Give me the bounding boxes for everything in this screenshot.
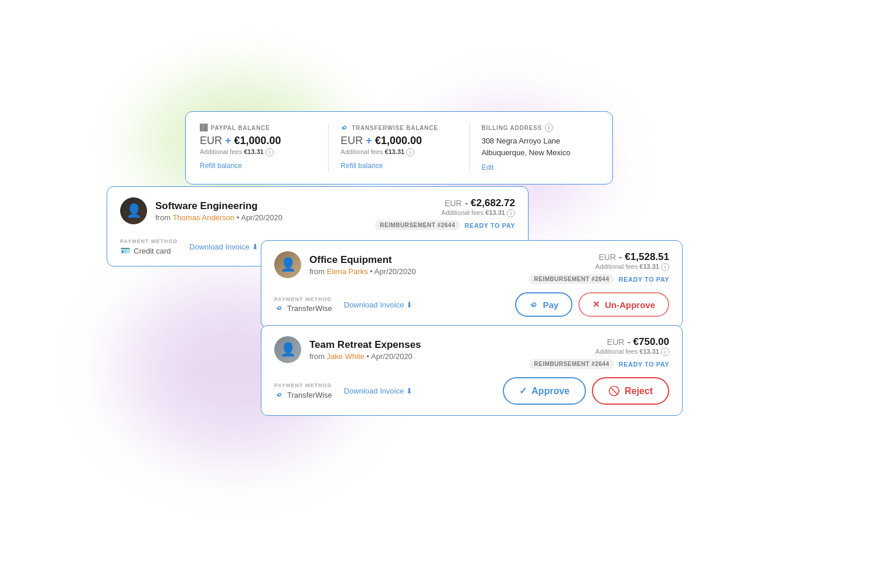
transferwise-refill-link[interactable]: Refill balance <box>340 162 383 170</box>
transferwise-label: ꩜ TRANSFERWISE BALANCE <box>340 124 457 132</box>
approve-checkmark-icon: ✓ <box>519 385 527 396</box>
retreat-action-buttons: ✓ Approve 🚫 Reject <box>503 377 669 405</box>
reject-circle-icon: 🚫 <box>608 385 620 396</box>
office-payment-method-block: PAYMENT METHOD ꩜ TransferWise <box>274 296 332 313</box>
sw-expense-from: from Thomas Anderson • Apr/20/2020 <box>155 213 282 222</box>
sw-fees-info-icon[interactable]: i <box>507 209 515 217</box>
sw-expense-fees: Additional fees €13.31 i <box>375 209 515 217</box>
retreat-expense-left: 👤 Team Retreat Expenses from Jake White … <box>274 336 421 363</box>
billing-address-text: 308 Negra Arroyo Lane Albuquerque, New M… <box>482 135 598 158</box>
team-retreat-card: 👤 Team Retreat Expenses from Jake White … <box>261 325 683 416</box>
office-payment-label: PAYMENT METHOD <box>274 296 332 302</box>
billing-address-section: BILLING ADDRESS i 308 Negra Arroyo Lane … <box>469 124 598 172</box>
paypal-icon: 🅿 <box>200 124 208 132</box>
retreat-expense-info: Team Retreat Expenses from Jake White • … <box>309 339 421 361</box>
retreat-expense-from: from Jake White • Apr/20/2020 <box>309 352 421 361</box>
retreat-expense-amount: EUR - €750.00 <box>529 336 669 348</box>
sw-expense-amount: EUR - €2,682.72 <box>375 197 515 209</box>
retreat-payment-method: ꩜ TransferWise <box>274 390 332 399</box>
sw-ready-badge: READY TO PAY <box>465 222 515 229</box>
retreat-badge-row: REIMBURSEMENT #2644 READY TO PAY <box>529 359 669 369</box>
paypal-amount: EUR + €1,000.00 <box>200 135 316 147</box>
office-from-name: Elena Parks <box>327 267 368 276</box>
office-equipment-card: 👤 Office Equipment from Elena Parks • Ap… <box>261 240 683 328</box>
paypal-fees: Additional fees €13.31 i <box>200 148 316 156</box>
retreat-payment-method-block: PAYMENT METHOD ꩜ TransferWise <box>274 382 332 399</box>
office-fees-info-icon[interactable]: i <box>661 263 669 271</box>
sw-expense-header: 👤 Software Engineering from Thomas Ander… <box>120 197 515 230</box>
transferwise-payment-icon: ꩜ <box>274 304 284 313</box>
office-action-buttons: ꩜ Pay ✕ Un-Approve <box>515 292 669 317</box>
transferwise-fees: Additional fees €13.31 i <box>340 148 457 156</box>
office-expense-info: Office Equipment from Elena Parks • Apr/… <box>309 254 416 276</box>
pay-icon: ꩜ <box>529 300 538 310</box>
office-ready-badge: READY TO PAY <box>619 276 669 283</box>
retreat-download-invoice-link[interactable]: Download Invoice ⬇ <box>344 387 413 395</box>
retreat-reimbursement-badge: REIMBURSEMENT #2644 <box>529 359 614 369</box>
jake-avatar: 👤 <box>274 336 301 363</box>
office-expense-left: 👤 Office Equipment from Elena Parks • Ap… <box>274 251 416 278</box>
sw-reimbursement-badge: REIMBURSEMENT #2644 <box>375 220 459 230</box>
retreat-fees-info-icon[interactable]: i <box>661 348 669 356</box>
office-expense-right: EUR - €1,528.51 Additional fees €13.31 i… <box>529 251 669 284</box>
sw-payment-method: 🪪 Credit card <box>120 246 178 255</box>
sw-expense-right: EUR - €2,682.72 Additional fees €13.31 i… <box>375 197 515 230</box>
billing-edit-link[interactable]: Edit <box>482 163 494 172</box>
unapprove-button[interactable]: ✕ Un-Approve <box>578 292 669 317</box>
office-expense-title: Office Equipment <box>309 254 416 266</box>
office-badge-row: REIMBURSEMENT #2644 READY TO PAY <box>529 274 669 284</box>
office-download-invoice-link[interactable]: Download Invoice ⬇ <box>344 300 413 309</box>
paypal-fees-info-icon[interactable]: i <box>265 148 274 156</box>
billing-address-label: BILLING ADDRESS i <box>482 124 598 132</box>
office-expense-fees: Additional fees €13.31 i <box>529 263 669 271</box>
transferwise-icon: ꩜ <box>340 124 349 132</box>
office-reimbursement-badge: REIMBURSEMENT #2644 <box>529 274 614 284</box>
sw-payment-method-block: PAYMENT METHOD 🪪 Credit card <box>120 238 178 255</box>
approve-button[interactable]: ✓ Approve <box>503 377 586 405</box>
retreat-ready-badge: READY TO PAY <box>619 361 669 368</box>
sw-expense-left: 👤 Software Engineering from Thomas Ander… <box>120 197 282 224</box>
retreat-download-icon: ⬇ <box>406 387 413 395</box>
paypal-refill-link[interactable]: Refill balance <box>200 162 242 170</box>
balance-card: 🅿 PAYPAL BALANCE EUR + €1,000.00 Additio… <box>185 111 613 184</box>
reject-button[interactable]: 🚫 Reject <box>592 377 669 405</box>
sw-download-icon: ⬇ <box>252 242 258 251</box>
retreat-expense-right: EUR - €750.00 Additional fees €13.31 i R… <box>529 336 669 369</box>
elena-avatar: 👤 <box>274 251 301 278</box>
credit-card-icon: 🪪 <box>120 246 130 255</box>
retreat-expense-fees: Additional fees €13.31 i <box>529 348 669 356</box>
transferwise-amount: EUR + €1,000.00 <box>340 135 457 147</box>
sw-expense-title: Software Engineering <box>155 200 282 212</box>
retreat-transferwise-icon: ꩜ <box>274 390 284 399</box>
retreat-expense-title: Team Retreat Expenses <box>309 339 421 351</box>
paypal-label: 🅿 PAYPAL BALANCE <box>200 124 316 132</box>
thomas-avatar: 👤 <box>120 197 147 224</box>
retreat-from-name: Jake White <box>327 352 364 361</box>
paypal-balance-section: 🅿 PAYPAL BALANCE EUR + €1,000.00 Additio… <box>200 124 328 172</box>
transferwise-balance-section: ꩜ TRANSFERWISE BALANCE EUR + €1,000.00 A… <box>328 124 469 172</box>
unapprove-icon: ✕ <box>592 299 600 310</box>
sw-download-invoice-link[interactable]: Download Invoice ⬇ <box>189 242 258 251</box>
office-payment-section: PAYMENT METHOD ꩜ TransferWise Download I… <box>274 292 669 317</box>
retreat-payment-label: PAYMENT METHOD <box>274 382 332 388</box>
office-expense-amount: EUR - €1,528.51 <box>529 251 669 263</box>
sw-payment-label: PAYMENT METHOD <box>120 238 178 244</box>
sw-from-name: Thomas Anderson <box>173 213 235 222</box>
sw-badge-row: REIMBURSEMENT #2644 READY TO PAY <box>375 220 515 230</box>
office-payment-method: ꩜ TransferWise <box>274 304 332 313</box>
billing-info-icon[interactable]: i <box>545 124 553 132</box>
retreat-expense-header: 👤 Team Retreat Expenses from Jake White … <box>274 336 669 369</box>
office-expense-header: 👤 Office Equipment from Elena Parks • Ap… <box>274 251 669 284</box>
office-download-icon: ⬇ <box>406 300 413 309</box>
retreat-payment-section: PAYMENT METHOD ꩜ TransferWise Download I… <box>274 377 669 405</box>
pay-button[interactable]: ꩜ Pay <box>515 292 573 317</box>
transferwise-fees-info-icon[interactable]: i <box>406 148 414 156</box>
sw-expense-info: Software Engineering from Thomas Anderso… <box>155 200 282 222</box>
office-expense-from: from Elena Parks • Apr/20/2020 <box>309 267 416 276</box>
